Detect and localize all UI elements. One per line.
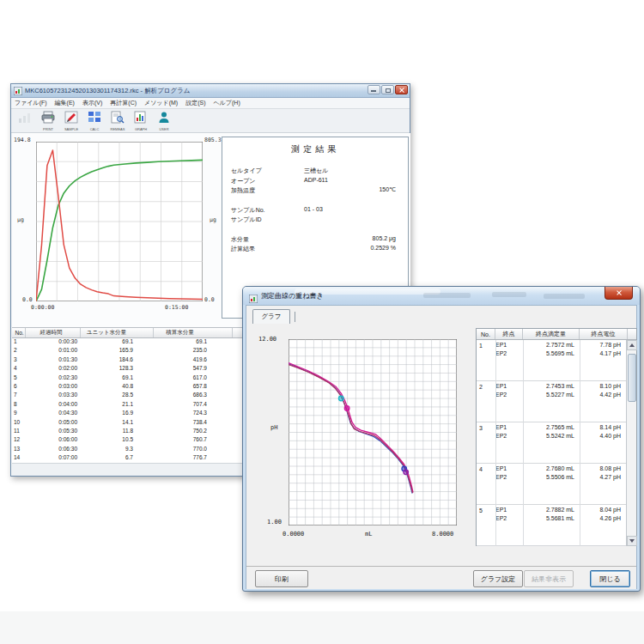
result-value: 150℃ (379, 186, 396, 193)
maximize-button[interactable] (381, 85, 394, 94)
endpoint-row-group[interactable]: 3EP12.7565 mL8.14 pHEP25.5242 mL4.40 pH (477, 422, 636, 464)
endpoint-cell: EP1 (495, 465, 523, 474)
endpoint-cell: 4.40 pH (580, 433, 623, 441)
endpoint-row-group[interactable]: 4EP12.7680 mL8.08 pHEP25.5506 mL4.27 pH (477, 464, 636, 505)
sample-tool-button[interactable]: SAMPLE (61, 111, 82, 131)
print-button[interactable]: 印刷 (255, 570, 308, 587)
table-cell: 9.3 (81, 446, 154, 454)
menu-bar: ファイル(F)編集(E)表示(V)再計算(C)メソッド(M)設定(S)ヘルプ(H… (11, 98, 410, 109)
table-cell: 3 (12, 356, 26, 365)
menu-item-5[interactable]: 設定(S) (185, 99, 205, 107)
table-cell: 0:03:30 (26, 392, 81, 400)
endpoint-row-group[interactable]: 5EP12.7882 mL8.04 pHEP25.5681 mL4.26 pH (477, 505, 636, 546)
graph-icon (134, 111, 148, 127)
endpoint-row-group[interactable]: 1EP12.7572 mL7.78 pHEP25.5695 mL4.17 pH (477, 340, 636, 381)
tab-graph[interactable]: グラフ (252, 309, 290, 324)
menu-item-4[interactable]: メソッド(M) (144, 99, 178, 107)
y-axis-label: pH (270, 424, 277, 431)
minimize-button[interactable] (368, 85, 380, 94)
table-cell: 128.3 (81, 365, 154, 374)
endpoint-cell: 4.26 pH (580, 515, 623, 524)
close-icon[interactable] (605, 287, 633, 300)
endpoint-row-group[interactable]: 2EP12.7453 mL8.10 pHEP25.5227 mL4.42 pH (477, 381, 636, 422)
user-tool-button[interactable]: USER (154, 111, 174, 131)
table-cell: 184.6 (81, 356, 154, 365)
endpoint-cell: 2.7565 mL (523, 424, 580, 433)
endpoint-cell: 2.7680 mL (523, 465, 580, 474)
page-footer-band (0, 611, 644, 644)
results-title: 測定結果 (222, 143, 408, 155)
front-window-titlebar[interactable]: 測定曲線の重ね書き (243, 287, 640, 305)
tool-caption: USER (159, 127, 168, 131)
endpoint-column-header[interactable]: 終点滴定量 (523, 329, 580, 339)
titration-overlay-plot (289, 339, 457, 526)
table-cell: 165.9 (81, 347, 154, 355)
scroll-down-icon[interactable] (627, 536, 637, 546)
endpoint-cell: EP2 (495, 392, 523, 400)
print-tool-button[interactable]: PRINT (38, 111, 58, 131)
dialog-icon (249, 291, 258, 305)
endpoint-group-number: 2 (479, 384, 483, 390)
glass-reflection (544, 294, 585, 299)
scrollbar[interactable] (626, 340, 636, 546)
table-cell: 657.8 (154, 383, 233, 392)
graph-tool-button[interactable]: GRAPH (131, 111, 151, 131)
endpoint-column-header[interactable]: 終点 (495, 329, 523, 339)
close-button[interactable]: 閉じる (590, 570, 630, 587)
result-value: 805.2 μg (373, 235, 396, 241)
graph-settings-button[interactable]: グラフ設定 (473, 570, 523, 587)
table-cell: 11.8 (81, 428, 154, 436)
column-header[interactable]: 積算水分量 (154, 328, 233, 337)
endpoint-column-header[interactable]: No. (477, 329, 495, 339)
endpoint-group-number: 3 (479, 425, 483, 431)
column-header[interactable]: 経過時間 (26, 328, 81, 337)
results-row: 水分量805.2 μg (222, 235, 408, 246)
endpoint-cell: 2.7572 mL (523, 342, 580, 350)
table-cell: 40.8 (81, 383, 154, 392)
table-cell: 750.2 (154, 428, 233, 436)
menu-item-0[interactable]: ファイル(F) (15, 99, 47, 107)
scrollbar-thumb[interactable] (628, 354, 636, 402)
result-label: 計算結果 (231, 245, 255, 253)
endpoint-column-header[interactable]: 終点電位 (580, 329, 628, 339)
menu-item-1[interactable]: 編集(E) (55, 99, 75, 107)
endpoint-line: EP25.5681 mL4.26 pH (477, 515, 636, 524)
column-header[interactable]: No. (12, 328, 26, 337)
table-cell: 10 (12, 419, 26, 428)
menu-item-3[interactable]: 再計算(C) (110, 99, 137, 107)
table-cell: 6 (12, 383, 26, 392)
table-cell: 13 (12, 446, 26, 454)
ph-max-label: 12.00 (258, 336, 276, 343)
table-cell: 0:04:30 (26, 410, 81, 418)
close-icon[interactable] (395, 85, 408, 94)
endpoint-cell: EP1 (495, 383, 523, 392)
table-cell: 0:00:30 (26, 338, 81, 347)
endpoint-line: EP25.5506 mL4.27 pH (477, 474, 636, 483)
endpoint-cell: 4.17 pH (580, 350, 623, 359)
table-cell: 0:02:30 (26, 374, 81, 383)
front-window-title: 測定曲線の重ね書き (261, 291, 324, 301)
scroll-up-icon[interactable] (627, 340, 637, 350)
endpoint-cell: 2.7882 mL (523, 507, 580, 515)
column-header[interactable]: ユニット水分量 (81, 328, 154, 337)
calc-tool-button[interactable]: CALC (84, 111, 105, 131)
endpoint-cell: 5.5681 mL (523, 515, 580, 524)
table-cell: 69.1 (81, 338, 154, 347)
endpoint-cell: 8.14 pH (580, 424, 623, 433)
table-cell: 770.0 (154, 446, 233, 454)
endpoint-group-number: 1 (479, 343, 483, 349)
back-window-titlebar[interactable]: MKC6105723124520130301174312.rkc - 解析プログ… (11, 84, 410, 98)
table-cell: 11 (12, 428, 26, 436)
tool-caption: CALC (90, 127, 100, 131)
remeas-tool-button[interactable]: REMEAS (107, 111, 128, 131)
table-cell: 1 (12, 338, 26, 347)
menu-item-6[interactable]: ヘルプ(H) (214, 99, 240, 107)
x-max-label: 0:15:00 (165, 304, 188, 311)
endpoint-group-number: 4 (479, 466, 483, 472)
menu-item-2[interactable]: 表示(V) (82, 99, 102, 107)
table-cell: 724.3 (154, 410, 233, 418)
column-divider (523, 340, 524, 546)
endpoint-cell: 8.10 pH (580, 383, 623, 392)
table-cell: 16.9 (81, 410, 154, 418)
endpoint-cell: 4.27 pH (580, 474, 623, 483)
